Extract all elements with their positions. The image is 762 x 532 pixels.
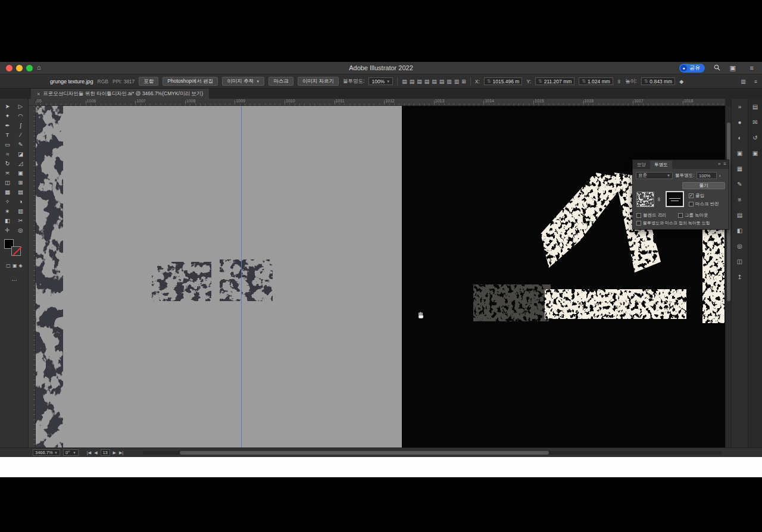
embed-button[interactable]: 포함 bbox=[139, 77, 158, 86]
last-artboard-button[interactable]: ▶| bbox=[119, 450, 123, 455]
stroke-color-swatch[interactable] bbox=[11, 246, 21, 256]
stepper-icon[interactable]: ⇅ bbox=[487, 79, 491, 84]
opacity-flyout-icon[interactable]: › bbox=[719, 173, 721, 179]
isolate-blending-checkbox[interactable]: 블렌드 격리 bbox=[636, 212, 667, 218]
curvature-tool[interactable]: ∫ bbox=[14, 120, 27, 130]
hand-tool[interactable]: ✛ bbox=[1, 225, 14, 234]
document-tab[interactable]: × 프로모션디자인을 위한 타이틀디자인.ai* @ 3466.7%(CMYK/… bbox=[31, 89, 209, 99]
paintbrush-tool[interactable]: ✎ bbox=[14, 139, 27, 149]
type-tool[interactable]: T bbox=[1, 130, 14, 139]
blend-mode-select[interactable]: 표준▼ bbox=[636, 172, 673, 179]
x-input[interactable]: ⇅1015.496 m bbox=[484, 77, 523, 85]
mask-button[interactable]: 마스크 bbox=[268, 77, 293, 86]
stepper-icon[interactable]: ⇅ bbox=[538, 79, 542, 84]
collapse-panels-icon[interactable]: » bbox=[732, 99, 748, 114]
libraries-panel-icon[interactable]: ▣ bbox=[748, 145, 762, 161]
gradient-tool[interactable]: ▤ bbox=[14, 187, 27, 196]
brushes-icon[interactable]: ✎ bbox=[732, 176, 748, 192]
column-graph-tool[interactable]: ▥ bbox=[14, 206, 27, 215]
direct-selection-tool[interactable]: ▷ bbox=[14, 101, 27, 111]
align-options-icon[interactable]: ⊞ bbox=[461, 79, 466, 85]
release-mask-button[interactable]: 풀기 bbox=[682, 182, 725, 189]
knockout-group-checkbox[interactable]: 그룹 녹아웃 bbox=[678, 212, 708, 218]
blend-tool[interactable]: ◑ bbox=[14, 196, 27, 206]
close-tab-icon[interactable]: × bbox=[37, 91, 40, 97]
ruler-origin-corner[interactable] bbox=[29, 99, 36, 106]
scale-tool[interactable]: ◿ bbox=[14, 158, 27, 168]
artwork-thumbnail[interactable] bbox=[636, 192, 654, 207]
mesh-tool[interactable]: ▦ bbox=[1, 187, 14, 196]
selection-tool[interactable]: ➤ bbox=[1, 101, 14, 111]
shape-builder-tool[interactable]: ◫ bbox=[1, 177, 14, 187]
distribute-h-icon[interactable]: ▥ bbox=[446, 79, 452, 85]
pen-tool[interactable]: ✒ bbox=[1, 120, 14, 130]
artboard-number-input[interactable]: 13 bbox=[101, 449, 110, 456]
tab-transparency[interactable]: 투명도 bbox=[650, 161, 672, 169]
next-artboard-button[interactable]: ▶ bbox=[113, 450, 116, 455]
shaper-tool[interactable]: ≈ bbox=[1, 149, 14, 158]
tab-appearance[interactable]: 모양 bbox=[633, 161, 650, 169]
draw-inside-icon[interactable]: ◈ bbox=[18, 263, 22, 268]
color-panel-icon[interactable]: ● bbox=[732, 114, 748, 130]
app-menu-icon[interactable]: ≡ bbox=[750, 64, 754, 72]
align-right-icon[interactable]: ▤ bbox=[417, 79, 422, 85]
transform-options-icon[interactable]: ◆ bbox=[679, 79, 683, 85]
vertical-scrollbar[interactable] bbox=[725, 106, 731, 447]
crop-image-button[interactable]: 이미지 자르기 bbox=[298, 77, 339, 86]
magic-wand-tool[interactable]: ✦ bbox=[1, 111, 14, 120]
opacity-input[interactable]: 100%▼ bbox=[368, 77, 393, 85]
control-bar-menu-icon[interactable]: ≡ bbox=[754, 79, 757, 85]
lasso-tool[interactable]: ◠ bbox=[14, 111, 27, 120]
libraries-icon[interactable]: ▣ bbox=[732, 145, 748, 161]
slice-tool[interactable]: ✂ bbox=[14, 215, 27, 225]
rotation-select[interactable]: 0°▼ bbox=[63, 449, 79, 456]
invert-mask-checkbox[interactable]: 마스크 반전 bbox=[689, 201, 719, 207]
draw-behind-icon[interactable]: ▣ bbox=[13, 263, 17, 268]
transparency-panel-icon[interactable]: ◧ bbox=[732, 223, 748, 238]
appearance-panel-icon[interactable]: ◎ bbox=[732, 238, 748, 254]
search-icon[interactable] bbox=[714, 64, 720, 73]
distribute-v-icon[interactable]: ▥ bbox=[454, 79, 460, 85]
version-history-icon[interactable]: ↺ bbox=[748, 130, 762, 145]
edit-in-photoshop-button[interactable]: Photoshop에서 편집 bbox=[163, 77, 218, 86]
asset-export-icon[interactable]: ↥ bbox=[732, 269, 748, 284]
edit-toolbar-icon[interactable]: ⋯ bbox=[0, 277, 29, 283]
eraser-tool[interactable]: ◪ bbox=[14, 149, 27, 158]
clip-checkbox[interactable]: ✓클립 bbox=[689, 193, 704, 199]
height-input[interactable]: ⇅0.843 mm bbox=[641, 77, 676, 85]
horizontal-scrollbar-thumb[interactable] bbox=[180, 451, 549, 455]
line-segment-tool[interactable]: ∕ bbox=[14, 130, 27, 139]
guide-line[interactable] bbox=[241, 106, 242, 447]
width-input[interactable]: ⇅1.024 mm bbox=[579, 77, 613, 85]
rotate-tool[interactable]: ↻ bbox=[1, 158, 14, 168]
free-transform-tool[interactable]: ▣ bbox=[14, 168, 27, 177]
link-mask-icon[interactable]: ∞ bbox=[656, 198, 662, 201]
properties-panel-icon[interactable]: ▤ bbox=[748, 99, 762, 114]
first-artboard-button[interactable]: |◀ bbox=[87, 450, 91, 455]
mask-thumbnail[interactable] bbox=[666, 191, 684, 207]
arrange-documents-icon[interactable]: ▥ bbox=[741, 79, 746, 85]
layers-panel-icon[interactable]: ◫ bbox=[732, 254, 748, 269]
stroke-panel-icon[interactable]: ≡ bbox=[732, 192, 748, 207]
previous-artboard-button[interactable]: ◀ bbox=[94, 450, 97, 455]
align-middle-v-icon[interactable]: ▤ bbox=[432, 79, 437, 85]
share-button[interactable]: ● 공유 bbox=[679, 64, 705, 73]
constrain-proportions-icon[interactable]: ∞ bbox=[616, 79, 622, 83]
draw-normal-icon[interactable]: ▢ bbox=[6, 263, 11, 268]
eyedropper-tool[interactable]: ✧ bbox=[1, 196, 14, 206]
align-bottom-icon[interactable]: ▤ bbox=[439, 79, 445, 85]
canvas-viewport[interactable] bbox=[36, 106, 725, 447]
zoom-level-select[interactable]: 3466.7%▼ bbox=[33, 449, 60, 456]
perspective-grid-tool[interactable]: ⊞ bbox=[14, 177, 27, 187]
top-ruler[interactable]: 0510061007100810091010101110121013101410… bbox=[36, 99, 725, 106]
left-ruler[interactable] bbox=[29, 106, 36, 447]
comments-icon[interactable]: ✉ bbox=[748, 114, 762, 130]
opacity-mask-define-checkbox[interactable]: 불투명도와 마스크 점의 녹아웃 도형 bbox=[636, 220, 710, 226]
image-trace-button[interactable]: 이미지 추적▼ bbox=[222, 77, 264, 86]
artboard-tool[interactable]: ◧ bbox=[1, 215, 14, 225]
panel-opacity-input[interactable]: 100% bbox=[697, 172, 717, 179]
zoom-tool[interactable]: ◎ bbox=[14, 225, 27, 234]
symbol-sprayer-tool[interactable]: ∗ bbox=[1, 206, 14, 215]
stepper-icon[interactable]: ⇅ bbox=[644, 79, 648, 84]
y-input[interactable]: ⇅211.207 mm bbox=[535, 77, 574, 85]
